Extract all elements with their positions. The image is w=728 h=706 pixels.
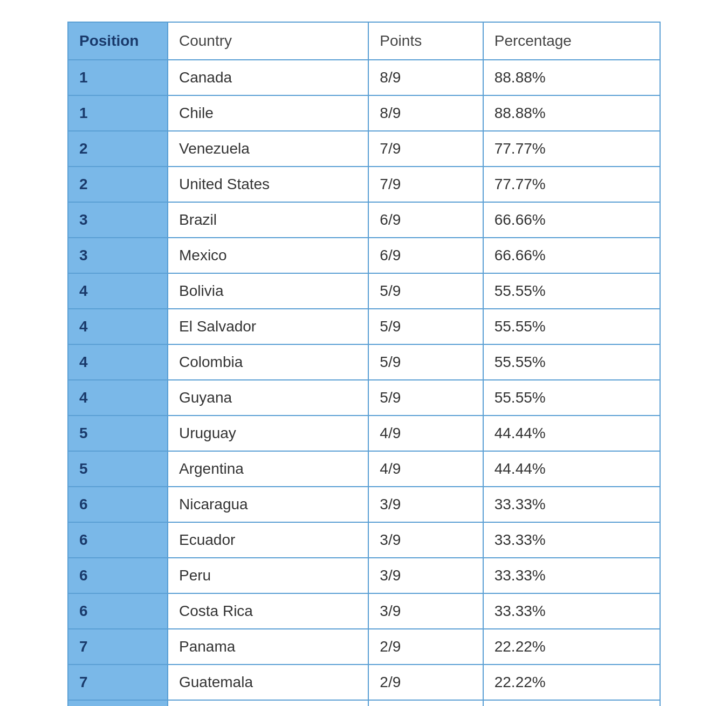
position-cell: 6 — [68, 558, 168, 593]
table-row: 6Nicaragua3/933.33% — [68, 487, 660, 522]
position-cell: 3 — [68, 202, 168, 238]
position-cell: 3 — [68, 238, 168, 273]
country-cell: Panama — [168, 629, 368, 665]
country-cell: Argentina — [168, 451, 368, 487]
table-row: 4El Salvador5/955.55% — [68, 309, 660, 344]
table-header-row: Position Country Points Percentage — [68, 22, 660, 60]
country-cell: Mexico — [168, 238, 368, 273]
percentage-cell: 66.66% — [483, 238, 660, 273]
points-cell: 6/9 — [368, 238, 483, 273]
position-header: Position — [68, 22, 168, 60]
percentage-header: Percentage — [483, 22, 660, 60]
points-cell: 5/9 — [368, 273, 483, 309]
table-row: 2Venezuela7/977.77% — [68, 131, 660, 167]
position-cell: 4 — [68, 380, 168, 416]
points-cell: 8/9 — [368, 60, 483, 95]
table-row: 6Costa Rica3/933.33% — [68, 593, 660, 629]
position-cell: 2 — [68, 131, 168, 167]
position-cell: 6 — [68, 593, 168, 629]
table-row: 6Ecuador3/933.33% — [68, 522, 660, 558]
country-cell: United States — [168, 167, 368, 202]
country-cell: Uruguay — [168, 416, 368, 451]
percentage-cell: 33.33% — [483, 522, 660, 558]
table-row: 4Colombia5/955.55% — [68, 344, 660, 380]
country-cell: Venezuela — [168, 131, 368, 167]
country-cell: Chile — [168, 95, 368, 131]
country-cell: El Salvador — [168, 309, 368, 344]
country-cell: Costa Rica — [168, 593, 368, 629]
country-cell: Ecuador — [168, 522, 368, 558]
position-cell: 5 — [68, 416, 168, 451]
points-header: Points — [368, 22, 483, 60]
country-cell: Guyana — [168, 380, 368, 416]
table-row: 4Guyana5/955.55% — [68, 380, 660, 416]
table-row: 1Canada8/988.88% — [68, 60, 660, 95]
points-cell: 4/9 — [368, 451, 483, 487]
points-cell: 2/9 — [368, 629, 483, 665]
position-cell: 6 — [68, 522, 168, 558]
points-cell: 5/9 — [368, 309, 483, 344]
percentage-cell: 33.33% — [483, 558, 660, 593]
points-cell: 8/9 — [368, 95, 483, 131]
position-cell: 7 — [68, 629, 168, 665]
points-cell: 5/9 — [368, 344, 483, 380]
position-cell: 1 — [68, 95, 168, 131]
country-cell: Canada — [168, 60, 368, 95]
country-header: Country — [168, 22, 368, 60]
position-cell: 7 — [68, 700, 168, 706]
table-row: 7Surinam2/922.22% — [68, 700, 660, 706]
points-cell: 2/9 — [368, 700, 483, 706]
position-cell: 6 — [68, 487, 168, 522]
position-cell: 4 — [68, 273, 168, 309]
table-row: 2United States7/977.77% — [68, 167, 660, 202]
points-cell: 2/9 — [368, 665, 483, 700]
percentage-cell: 33.33% — [483, 487, 660, 522]
table-row: 7Panama2/922.22% — [68, 629, 660, 665]
percentage-cell: 77.77% — [483, 131, 660, 167]
table-row: 5Argentina4/944.44% — [68, 451, 660, 487]
percentage-cell: 22.22% — [483, 665, 660, 700]
percentage-cell: 33.33% — [483, 593, 660, 629]
position-cell: 5 — [68, 451, 168, 487]
percentage-cell: 55.55% — [483, 344, 660, 380]
position-cell: 4 — [68, 344, 168, 380]
percentage-cell: 55.55% — [483, 309, 660, 344]
percentage-cell: 66.66% — [483, 202, 660, 238]
country-cell: Bolivia — [168, 273, 368, 309]
percentage-cell: 44.44% — [483, 416, 660, 451]
table-body: 1Canada8/988.88%1Chile8/988.88%2Venezuel… — [68, 60, 660, 706]
percentage-cell: 22.22% — [483, 700, 660, 706]
percentage-cell: 44.44% — [483, 451, 660, 487]
standings-table-container: Position Country Points Percentage 1Cana… — [67, 22, 661, 706]
table-row: 5Uruguay4/944.44% — [68, 416, 660, 451]
points-cell: 3/9 — [368, 558, 483, 593]
percentage-cell: 77.77% — [483, 167, 660, 202]
country-cell: Peru — [168, 558, 368, 593]
country-cell: Nicaragua — [168, 487, 368, 522]
table-row: 1Chile8/988.88% — [68, 95, 660, 131]
table-row: 3Mexico6/966.66% — [68, 238, 660, 273]
percentage-cell: 88.88% — [483, 95, 660, 131]
points-cell: 5/9 — [368, 380, 483, 416]
table-row: 6Peru3/933.33% — [68, 558, 660, 593]
position-cell: 7 — [68, 665, 168, 700]
points-cell: 3/9 — [368, 487, 483, 522]
position-cell: 2 — [68, 167, 168, 202]
percentage-cell: 22.22% — [483, 629, 660, 665]
position-cell: 4 — [68, 309, 168, 344]
percentage-cell: 88.88% — [483, 60, 660, 95]
points-cell: 7/9 — [368, 131, 483, 167]
table-row: 4Bolivia5/955.55% — [68, 273, 660, 309]
country-cell: Surinam — [168, 700, 368, 706]
country-cell: Brazil — [168, 202, 368, 238]
country-cell: Guatemala — [168, 665, 368, 700]
points-cell: 6/9 — [368, 202, 483, 238]
percentage-cell: 55.55% — [483, 273, 660, 309]
points-cell: 4/9 — [368, 416, 483, 451]
points-cell: 3/9 — [368, 522, 483, 558]
table-row: 7Guatemala2/922.22% — [68, 665, 660, 700]
points-cell: 3/9 — [368, 593, 483, 629]
standings-table: Position Country Points Percentage 1Cana… — [67, 22, 661, 706]
points-cell: 7/9 — [368, 167, 483, 202]
table-row: 3Brazil6/966.66% — [68, 202, 660, 238]
